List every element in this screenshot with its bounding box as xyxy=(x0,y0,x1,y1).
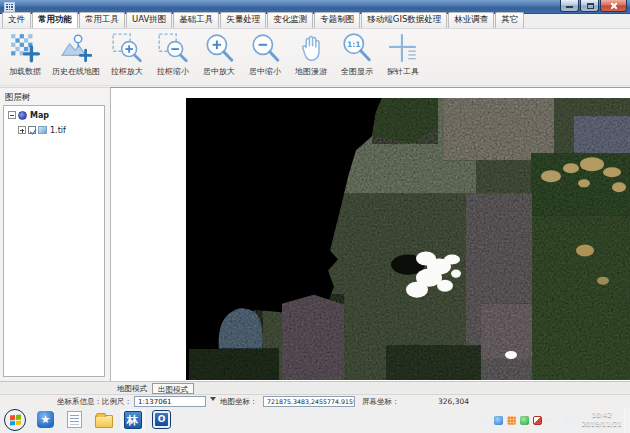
tray-green-app-icon[interactable] xyxy=(520,416,529,425)
toolbar-button-label: 拉框放大 xyxy=(111,66,143,77)
taskbar-folder-app[interactable] xyxy=(90,408,117,431)
history-online-map-button[interactable]: 历史在线地图 xyxy=(48,31,104,85)
folder-icon xyxy=(95,415,113,428)
o-app-icon: O xyxy=(153,411,170,428)
probe-tool-icon xyxy=(387,32,419,64)
tree-node-map[interactable]: Map xyxy=(4,109,104,121)
map-toolbar: 加载数据 历史在线地图 拉框放大 xyxy=(0,29,630,86)
start-button[interactable] xyxy=(4,409,26,431)
box-zoom-out-icon xyxy=(157,32,189,64)
star-app-icon: ★ xyxy=(37,411,54,428)
forestry-gis-icon: 林 xyxy=(124,411,142,429)
tray-blue-app-icon[interactable] xyxy=(494,416,503,425)
ribbon-tab-bar: 文件 常用功能 常用工具 UAV拼图 基础工具 矢量处理 变化监测 专题制图 移… xyxy=(0,14,630,29)
system-tray xyxy=(481,407,574,433)
expand-icon[interactable] xyxy=(18,126,26,134)
load-data-button[interactable]: 加载数据 xyxy=(2,31,48,85)
network-icon[interactable] xyxy=(561,415,572,425)
tree-node-layer[interactable]: 1.tif xyxy=(4,124,104,136)
maximize-button[interactable] xyxy=(580,0,599,12)
tab-common-tools[interactable]: 常用工具 xyxy=(79,12,125,28)
layer-tree: Map 1.tif xyxy=(3,105,105,377)
center-zoom-in-button[interactable]: 居中放大 xyxy=(196,31,242,85)
probe-tool-button[interactable]: 探针工具 xyxy=(380,31,426,85)
tab-common-functions[interactable]: 常用功能 xyxy=(32,12,78,28)
tray-orange-app-icon[interactable] xyxy=(507,416,516,425)
full-extent-icon: 1:1 xyxy=(341,32,373,64)
tab-thematic-mapping[interactable]: 专题制图 xyxy=(314,12,360,28)
tab-other[interactable]: 其它 xyxy=(495,12,524,28)
scale-combobox[interactable]: 1:137061 xyxy=(134,396,206,407)
load-data-icon xyxy=(9,32,41,64)
toolbar-button-label: 拉框缩小 xyxy=(157,66,189,77)
scale-label: 比例尺： xyxy=(102,397,132,407)
taskbar-clock[interactable]: 10:42 2019/11/21 xyxy=(582,411,622,429)
minimize-button[interactable] xyxy=(560,0,579,12)
tree-node-label: 1.tif xyxy=(50,126,66,135)
map-viewport[interactable] xyxy=(110,87,630,381)
taskbar-notepad-app[interactable] xyxy=(61,408,88,431)
full-extent-button[interactable]: 1:1 全图显示 xyxy=(334,31,380,85)
application-window: 文件 常用功能 常用工具 UAV拼图 基础工具 矢量处理 变化监测 专题制图 移… xyxy=(0,0,630,433)
screen-coord-label: 屏幕坐标： xyxy=(362,397,400,407)
toolbar-button-label: 历史在线地图 xyxy=(52,66,100,77)
map-coord-label: 地图坐标： xyxy=(220,397,258,407)
volume-icon[interactable] xyxy=(546,415,557,425)
main-content: 图层树 Map 1.tif xyxy=(0,87,630,381)
map-canvas[interactable] xyxy=(186,98,630,380)
app-logo-icon xyxy=(4,2,15,12)
satellite-imagery[interactable] xyxy=(186,98,630,380)
tree-node-label: Map xyxy=(30,111,49,120)
toolbar-button-label: 加载数据 xyxy=(9,66,41,77)
layer-panel-title: 图层树 xyxy=(0,88,110,104)
taskbar-o-app[interactable]: O xyxy=(148,408,175,431)
clock-date: 2019/11/21 xyxy=(582,420,622,429)
toolbar-button-label: 全图显示 xyxy=(341,66,373,77)
crs-info-label: 坐标系信息： xyxy=(57,397,102,407)
windows-flag-icon xyxy=(10,414,21,425)
tab-mobile-gis-data[interactable]: 移动端GIS数据处理 xyxy=(361,12,447,28)
center-zoom-in-icon xyxy=(203,32,235,64)
map-globe-icon xyxy=(18,111,27,120)
minimize-icon xyxy=(566,6,573,8)
box-zoom-out-button[interactable]: 拉框缩小 xyxy=(150,31,196,85)
show-hidden-icons-button[interactable] xyxy=(481,418,487,423)
tab-map-mode[interactable]: 地图模式 xyxy=(112,383,152,394)
center-zoom-out-button[interactable]: 居中缩小 xyxy=(242,31,288,85)
maximize-icon xyxy=(587,3,594,9)
layer-tree-panel: 图层树 Map 1.tif xyxy=(0,87,110,381)
pan-hand-icon xyxy=(295,32,327,64)
tab-file[interactable]: 文件 xyxy=(2,12,31,28)
box-zoom-in-button[interactable]: 拉框放大 xyxy=(104,31,150,85)
chevron-down-icon[interactable] xyxy=(210,397,216,401)
tab-forestry-survey[interactable]: 林业调查 xyxy=(448,12,494,28)
svg-text:1:1: 1:1 xyxy=(347,40,361,49)
tab-layout-mode[interactable]: 出图模式 xyxy=(152,383,194,394)
close-button[interactable] xyxy=(600,0,627,12)
toolbar-button-label: 居中缩小 xyxy=(249,66,281,77)
notepad-icon xyxy=(67,411,82,428)
box-zoom-in-icon xyxy=(111,32,143,64)
tab-basic-tools[interactable]: 基础工具 xyxy=(173,12,219,28)
collapse-icon[interactable] xyxy=(8,111,16,119)
toolbar-button-label: 居中放大 xyxy=(203,66,235,77)
toolbar-button-label: 地图漫游 xyxy=(295,66,327,77)
taskbar-star-app[interactable]: ★ xyxy=(32,408,59,431)
toolbar-button-label: 探针工具 xyxy=(387,66,419,77)
windows-taskbar: ★ 林 O 10:42 2019/11/21 xyxy=(0,407,630,433)
tray-red-app-icon[interactable] xyxy=(533,416,542,425)
tab-uav-mosaic[interactable]: UAV拼图 xyxy=(126,12,172,28)
map-mode-tabstrip: 地图模式 出图模式 xyxy=(0,381,630,394)
status-bar: 坐标系信息： 比例尺： 1:137061 地图坐标： 721875.3483,2… xyxy=(0,394,630,407)
map-pan-button[interactable]: 地图漫游 xyxy=(288,31,334,85)
history-online-map-icon xyxy=(60,32,92,64)
center-zoom-out-icon xyxy=(249,32,281,64)
taskbar-gis-app-active[interactable]: 林 xyxy=(119,408,146,431)
layer-visibility-checkbox[interactable] xyxy=(28,126,36,134)
map-coord-value: 721875.3483,2455774.9159 xyxy=(263,396,355,407)
clock-time: 10:42 xyxy=(582,411,622,420)
raster-layer-icon xyxy=(38,126,47,134)
tab-change-monitoring[interactable]: 变化监测 xyxy=(267,12,313,28)
tab-vector-processing[interactable]: 矢量处理 xyxy=(220,12,266,28)
show-desktop-button[interactable] xyxy=(624,407,630,433)
